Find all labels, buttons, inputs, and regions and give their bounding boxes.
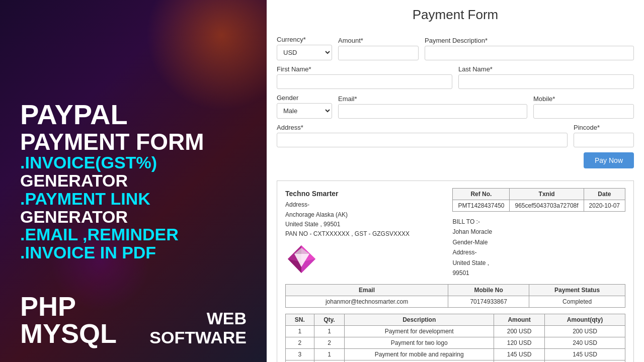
currency-select[interactable]: USD EUR GBP INR: [277, 45, 332, 60]
bill-country: United State ,: [452, 258, 625, 268]
right-panel: Payment Form Currency* USD EUR GBP INR A…: [267, 0, 644, 362]
company-address-label: Address-: [285, 200, 410, 210]
item-sn: 3: [286, 349, 314, 360]
bill-name: Johan Moracle: [452, 227, 625, 237]
mobile-label: Mobile*: [533, 95, 634, 103]
logo-area: [285, 243, 410, 276]
company-info-area: Techno Smarter Address- Anchorage Alaska…: [285, 188, 410, 276]
item-desc: Payment for mobile and repairing: [345, 349, 494, 360]
items-header-amount: Amount: [494, 314, 545, 326]
email-value: johanmor@technosmarter.com: [286, 296, 448, 308]
ref-table-area: Ref No. Txnid Date PMT1428437450 965cef5…: [452, 188, 625, 278]
contact-table: Email Mobile No Payment Status johanmor@…: [285, 284, 625, 308]
amount-group: Amount*: [338, 37, 419, 60]
ref-no-value: PMT1428437450: [453, 200, 510, 212]
company-logo: [285, 243, 318, 276]
items-header-amount-qty: Amount(qty): [544, 314, 625, 326]
item-desc: Payment for development: [345, 326, 494, 337]
lp-generator2: GENERATOR: [20, 208, 247, 226]
item-sn: 1: [286, 326, 314, 337]
pincode-label: Pincode*: [574, 124, 634, 131]
lastname-input[interactable]: [458, 74, 634, 89]
email-group: Email*: [338, 95, 527, 119]
items-header-desc: Description: [345, 314, 494, 326]
company-city: Anchorage Alaska (AK): [285, 210, 410, 220]
company-name: Techno Smarter: [285, 188, 410, 199]
gender-select[interactable]: Male Female Other: [277, 103, 332, 119]
left-content: PAYPAL PAYMENT FORM .INVOICE(GST%) GENER…: [20, 100, 247, 261]
items-header-qty: Qty.: [314, 314, 344, 326]
payment-desc-input[interactable]: [425, 46, 634, 60]
pay-now-row: Pay Now: [277, 152, 634, 168]
txnid-header: Txnid: [510, 189, 584, 200]
invoice-section: Techno Smarter Address- Anchorage Alaska…: [277, 180, 634, 362]
bill-address: Address-: [452, 247, 625, 257]
company-pan: PAN NO - CXTXXXXXX , GST - GZGSVXXXX: [285, 229, 410, 239]
ref-no-header: Ref No.: [453, 189, 510, 200]
item-amount-qty: 145 USD: [544, 349, 625, 360]
item-amount: 200 USD: [494, 326, 545, 337]
item-desc: Payment for two logo: [345, 337, 494, 349]
pincode-group: Pincode*: [574, 124, 634, 147]
currency-label: Currency*: [277, 36, 332, 43]
lp-paypal: PAYPAL: [20, 100, 247, 130]
mobile-header: Mobile No: [448, 285, 529, 296]
form-row-4: Address* Pincode*: [277, 124, 634, 147]
lastname-label: Last Name*: [458, 65, 634, 73]
pay-now-button[interactable]: Pay Now: [584, 152, 634, 168]
item-qty: 1: [314, 326, 344, 337]
payment-status-value: Completed: [529, 296, 625, 308]
date-value: 2020-10-07: [584, 200, 625, 212]
payment-status-header: Payment Status: [529, 285, 625, 296]
page-title: Payment Form: [277, 7, 634, 23]
left-bottom: PHPMYSQL WEBSOFTWARE: [0, 293, 267, 347]
lp-invoice-pdf: .INVOICE IN PDF: [20, 244, 247, 262]
items-header-sn: SN.: [286, 314, 314, 326]
company-country: United State , 99501: [285, 220, 410, 229]
email-header: Email: [286, 285, 448, 296]
lp-email-reminder: .EMAIL ,REMINDER: [20, 226, 247, 244]
payment-form: Currency* USD EUR GBP INR Amount* Paymen…: [277, 31, 634, 180]
payment-desc-label: Payment Description*: [425, 37, 634, 44]
firstname-label: First Name*: [277, 65, 452, 73]
ref-table: Ref No. Txnid Date PMT1428437450 965cef5…: [452, 188, 625, 212]
firstname-input[interactable]: [277, 74, 452, 89]
mobile-group: Mobile*: [533, 95, 634, 119]
item-amount: 145 USD: [494, 349, 545, 360]
item-qty: 1: [314, 349, 344, 360]
item-amount: 120 USD: [494, 337, 545, 349]
form-row-2: First Name* Last Name*: [277, 65, 634, 89]
email-label: Email*: [338, 95, 527, 103]
left-panel: PAYPAL PAYMENT FORM .INVOICE(GST%) GENER…: [0, 0, 267, 362]
gender-label: Gender: [277, 94, 332, 102]
lp-payment-form: PAYMENT FORM: [20, 130, 247, 154]
txnid-value: 965cef5043703a72708f: [510, 200, 584, 212]
lp-payment-link: .PAYMENT LINK: [20, 190, 247, 208]
item-sn: 2: [286, 337, 314, 349]
mobile-input[interactable]: [533, 104, 634, 119]
email-input[interactable]: [338, 104, 527, 119]
lp-invoice-gst: .INVOICE(GST%): [20, 154, 247, 172]
form-row-1: Currency* USD EUR GBP INR Amount* Paymen…: [277, 36, 634, 60]
table-row: 2 2 Payment for two logo 120 USD 240 USD: [286, 337, 625, 349]
form-row-3: Gender Male Female Other Email* Mobile*: [277, 94, 634, 119]
bill-to-label: BILL TO :-: [452, 217, 625, 227]
amount-input[interactable]: [338, 46, 419, 60]
payment-desc-group: Payment Description*: [425, 37, 634, 60]
pincode-input[interactable]: [574, 133, 634, 147]
lp-web-software: WEBSOFTWARE: [149, 309, 247, 347]
item-qty: 2: [314, 337, 344, 349]
address-group: Address*: [277, 124, 568, 147]
date-header: Date: [584, 189, 625, 200]
firstname-group: First Name*: [277, 65, 452, 89]
currency-group: Currency* USD EUR GBP INR: [277, 36, 332, 60]
lastname-group: Last Name*: [458, 65, 634, 89]
amount-label: Amount*: [338, 37, 419, 44]
mobile-value: 70174933867: [448, 296, 529, 308]
lp-generator1: GENERATOR: [20, 172, 247, 190]
company-info: Techno Smarter Address- Anchorage Alaska…: [285, 188, 410, 239]
gender-group: Gender Male Female Other: [277, 94, 332, 119]
bill-to: BILL TO :- Johan Moracle Gender-Male Add…: [452, 217, 625, 278]
address-input[interactable]: [277, 133, 568, 147]
bill-pincode: 99501: [452, 268, 625, 278]
